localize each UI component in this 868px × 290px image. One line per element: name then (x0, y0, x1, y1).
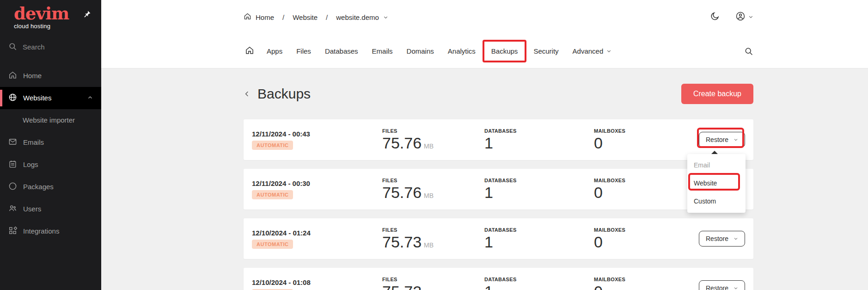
backup-date: 12/11/2024 - 00:30 (252, 179, 382, 187)
content: Backups Create backup 12/11/2024 - 00:43… (244, 68, 753, 290)
sidebar-item-website-importer[interactable]: Website importer (0, 109, 101, 131)
sidebar-item-label: Users (23, 205, 93, 213)
integrations-icon (8, 226, 17, 236)
create-backup-button[interactable]: Create backup (681, 84, 753, 104)
sidebar-item-label: Websites (23, 94, 81, 102)
sidebar-item-home[interactable]: Home (0, 65, 101, 87)
mailboxes-stat: MAILBOXES 0 (594, 178, 699, 201)
files-unit: MB (424, 142, 434, 150)
top-bar: Home / Website / website.demo (101, 0, 868, 34)
chevron-down-icon (734, 235, 738, 242)
breadcrumb-separator: / (326, 13, 328, 21)
account-icon (735, 11, 746, 23)
files-unit: MB (424, 192, 434, 199)
moon-icon (710, 12, 720, 23)
app-window: devim cloud hosting Search Home Websites (0, 0, 868, 290)
backup-row: 12/11/2024 - 00:43 AUTOMATIC FILES 75.76… (244, 119, 753, 160)
sidebar-item-label: Packages (23, 183, 93, 191)
mailboxes-value: 0 (594, 185, 699, 201)
mailboxes-stat: MAILBOXES 0 (594, 128, 699, 152)
automatic-badge: AUTOMATIC (252, 141, 293, 150)
backup-date-cell: 12/10/2024 - 01:24 AUTOMATIC (252, 229, 382, 249)
tab-advanced[interactable]: Advanced (566, 47, 619, 55)
tab-emails[interactable]: Emails (365, 47, 400, 55)
tab-backups[interactable]: Backups (483, 40, 527, 62)
backup-date: 12/10/2024 - 01:24 (252, 229, 382, 237)
chevron-down-icon (734, 136, 738, 143)
automatic-badge: AUTOMATIC (252, 190, 293, 199)
tab-databases[interactable]: Databases (318, 47, 365, 55)
backup-date-cell: 12/11/2024 - 00:43 AUTOMATIC (252, 130, 382, 150)
restore-dropdown-menu: Email Website Custom (687, 154, 746, 213)
breadcrumb: Home / Website / website.demo (244, 12, 388, 22)
sidebar-search-label: Search (23, 43, 45, 51)
chevron-down-icon (734, 284, 738, 290)
files-value: 75.76 (382, 184, 422, 201)
page-title-row: Backups Create backup (244, 84, 753, 104)
dark-mode-toggle[interactable] (710, 12, 720, 23)
breadcrumb-site-selector[interactable]: website.demo (336, 13, 388, 21)
top-right-icons (710, 11, 753, 23)
globe-icon (8, 93, 17, 103)
files-stat: FILES 75.76MB (382, 178, 484, 201)
breadcrumb-website[interactable]: Website (293, 13, 318, 21)
site-tab-bar: Apps Files Databases Emails Domains Anal… (101, 34, 868, 68)
files-stat: FILES 75.72MB (382, 277, 484, 290)
breadcrumb-home-label: Home (256, 13, 274, 21)
databases-stat: DATABASES 1 (484, 227, 594, 251)
restore-button[interactable]: Restore (699, 132, 745, 148)
tab-security[interactable]: Security (526, 47, 565, 55)
tab-files[interactable]: Files (289, 47, 318, 55)
sidebar-item-integrations[interactable]: Integrations (0, 220, 101, 242)
sidebar-item-packages[interactable]: Packages (0, 176, 101, 198)
brand-name: devim (14, 5, 69, 23)
tab-search-icon[interactable] (744, 47, 753, 56)
backup-row: 12/10/2024 - 01:08 AUTOMATIC FILES 75.72… (244, 268, 753, 290)
package-icon (8, 182, 17, 192)
databases-stat: DATABASES 1 (484, 178, 594, 201)
back-button[interactable] (244, 90, 251, 98)
backup-row: 12/11/2024 - 00:30 AUTOMATIC FILES 75.76… (244, 169, 753, 210)
sidebar-item-label: Emails (23, 138, 93, 146)
brand-tagline: cloud hosting (14, 23, 69, 30)
backup-date: 12/11/2024 - 00:43 (252, 130, 382, 138)
restore-button[interactable]: Restore (699, 231, 745, 247)
account-menu[interactable] (735, 11, 753, 23)
mailboxes-stat: MAILBOXES 0 (594, 227, 699, 251)
databases-value: 1 (484, 234, 594, 251)
files-value: 75.73 (382, 233, 422, 251)
logo: devim cloud hosting (14, 5, 69, 30)
sidebar-item-emails[interactable]: Emails (0, 131, 101, 154)
sidebar-item-label: Logs (23, 160, 93, 168)
files-value: 75.72 (382, 283, 422, 290)
tab-home[interactable] (244, 46, 260, 56)
automatic-badge: AUTOMATIC (252, 240, 293, 249)
files-stat: FILES 75.73MB (382, 227, 484, 251)
sidebar-item-logs[interactable]: Logs (0, 154, 101, 176)
home-icon (245, 46, 254, 56)
sidebar-item-users[interactable]: Users (0, 198, 101, 220)
mailboxes-stat: MAILBOXES 0 (594, 277, 699, 290)
chevron-down-icon (606, 47, 611, 55)
restore-button[interactable]: Restore (699, 280, 745, 290)
main-area: Home / Website / website.demo (101, 0, 868, 290)
tab-analytics[interactable]: Analytics (441, 47, 483, 55)
databases-value: 1 (484, 284, 594, 290)
users-icon (8, 204, 17, 214)
menu-item-email[interactable]: Email (687, 156, 746, 174)
sidebar-item-websites[interactable]: Websites (0, 87, 101, 109)
menu-item-custom[interactable]: Custom (687, 192, 746, 210)
databases-value: 1 (484, 135, 594, 152)
pin-icon[interactable] (83, 10, 91, 20)
sidebar-item-label: Home (23, 72, 93, 80)
breadcrumb-home[interactable]: Home (244, 12, 274, 22)
tab-domains[interactable]: Domains (400, 47, 441, 55)
menu-item-website[interactable]: Website (687, 174, 746, 192)
sidebar-search[interactable]: Search (0, 40, 101, 55)
tab-apps[interactable]: Apps (260, 47, 289, 55)
backup-date-cell: 12/10/2024 - 01:08 AUTOMATIC (252, 278, 382, 290)
databases-stat: DATABASES 1 (484, 277, 594, 290)
files-value: 75.76 (382, 134, 422, 152)
databases-value: 1 (484, 185, 594, 201)
mailboxes-value: 0 (594, 234, 699, 251)
